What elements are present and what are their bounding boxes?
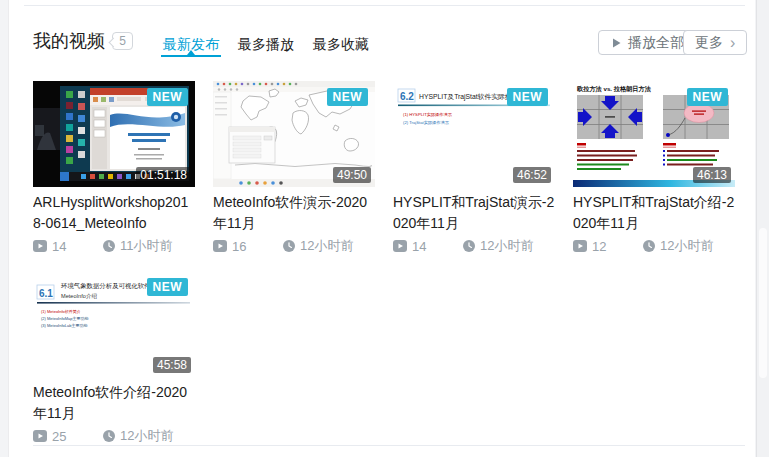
video-card[interactable]: 6.1 环境气象数据分析及可视化软件 MeteoInfo介绍 (1) Meteo… bbox=[33, 271, 195, 441]
play-all-label: 播放全部 bbox=[628, 34, 684, 52]
new-badge: NEW bbox=[687, 88, 729, 106]
play-count-icon bbox=[33, 430, 47, 442]
scrollbar-track[interactable] bbox=[756, 0, 769, 457]
publish-time: 12小时前 bbox=[103, 427, 173, 445]
chevron-right-icon: › bbox=[730, 35, 735, 51]
video-stats: 14 12小时前 bbox=[393, 237, 555, 255]
page-title: 我的视频 bbox=[33, 29, 105, 53]
play-count: 25 bbox=[33, 429, 103, 444]
video-thumbnail[interactable]: 6.2 HYSPLIT及TrajStat软件实际操作演示 (1) HYSPLIT… bbox=[393, 81, 555, 187]
play-count: 14 bbox=[33, 239, 103, 254]
clock-icon bbox=[643, 240, 655, 252]
publish-time: 12小时前 bbox=[463, 237, 533, 255]
clock-icon bbox=[283, 240, 295, 252]
duration-badge: 01:51:18 bbox=[136, 167, 191, 183]
video-card[interactable]: NEW 01:51:18 ARLHysplitWorkshop2018-0614… bbox=[33, 81, 195, 251]
tab-latest[interactable]: 最新发布 bbox=[160, 36, 222, 62]
duration-badge: 49:50 bbox=[333, 167, 371, 183]
publish-time-value: 12小时前 bbox=[660, 237, 713, 255]
more-label: 更多 bbox=[695, 34, 723, 52]
video-stats: 12 12小时前 bbox=[573, 237, 735, 255]
video-thumbnail[interactable]: 欧拉方法 vs. 拉格朗日方法 bbox=[573, 81, 735, 187]
clock-icon bbox=[103, 430, 115, 442]
play-count: 16 bbox=[213, 239, 283, 254]
publish-time-value: 12小时前 bbox=[300, 237, 353, 255]
duration-badge: 45:58 bbox=[153, 357, 191, 373]
play-count-value: 14 bbox=[52, 239, 66, 254]
publish-time-value: 12小时前 bbox=[480, 237, 533, 255]
video-title[interactable]: MeteoInfo软件介绍-2020年11月 bbox=[33, 382, 195, 424]
clock-icon bbox=[103, 240, 115, 252]
new-badge: NEW bbox=[147, 88, 189, 106]
play-count-value: 12 bbox=[592, 239, 606, 254]
tab-most-played[interactable]: 最多播放 bbox=[235, 36, 297, 62]
slide-item: (1) MeteoInfo软件简介 bbox=[41, 309, 81, 314]
slide-number: 6.1 bbox=[39, 288, 53, 299]
play-count-icon bbox=[33, 240, 47, 252]
slide-number: 6.2 bbox=[400, 91, 414, 102]
slide-title-line2: MeteoInfo介绍 bbox=[61, 293, 97, 299]
video-card[interactable]: 欧拉方法 vs. 拉格朗日方法 bbox=[573, 81, 735, 251]
play-count-value: 14 bbox=[412, 239, 426, 254]
video-card[interactable]: 6.2 HYSPLIT及TrajStat软件实际操作演示 (1) HYSPLIT… bbox=[393, 81, 555, 251]
video-title[interactable]: HYSPLIT和TrajStat介绍-2020年11月 bbox=[573, 192, 735, 234]
publish-time-value: 12小时前 bbox=[120, 427, 173, 445]
scrollbar-thumb[interactable] bbox=[759, 228, 767, 378]
video-stats: 14 11小时前 bbox=[33, 237, 195, 255]
sort-tabs: 最新发布 最多播放 最多收藏 bbox=[160, 36, 372, 62]
play-count-value: 25 bbox=[52, 429, 66, 444]
publish-time: 12小时前 bbox=[643, 237, 713, 255]
top-divider bbox=[24, 5, 745, 6]
video-thumbnail[interactable]: NEW 01:51:18 bbox=[33, 81, 195, 187]
video-card[interactable]: NEW 49:50 MeteoInfo软件演示-2020年11月 16 12小时… bbox=[213, 81, 375, 251]
bottom-divider bbox=[33, 445, 745, 446]
play-count-icon bbox=[393, 240, 407, 252]
duration-badge: 46:13 bbox=[693, 167, 731, 183]
new-badge: NEW bbox=[327, 88, 369, 106]
video-title[interactable]: ARLHysplitWorkshop2018-0614_MeteoInfo bbox=[33, 192, 195, 234]
clock-icon bbox=[463, 240, 475, 252]
video-title[interactable]: HYSPLIT和TrajStat演示-2020年11月 bbox=[393, 192, 555, 234]
new-badge: NEW bbox=[147, 278, 189, 296]
duration-badge: 46:52 bbox=[513, 167, 551, 183]
video-thumbnail[interactable]: NEW 49:50 bbox=[213, 81, 375, 187]
play-icon bbox=[610, 37, 622, 49]
publish-time-value: 11小时前 bbox=[120, 237, 173, 255]
play-count: 14 bbox=[393, 239, 463, 254]
tab-most-collected[interactable]: 最多收藏 bbox=[310, 36, 372, 62]
video-stats: 25 12小时前 bbox=[33, 427, 195, 445]
play-count: 12 bbox=[573, 239, 643, 254]
play-all-button[interactable]: 播放全部 bbox=[598, 30, 696, 55]
video-count-badge: 5 bbox=[112, 32, 133, 50]
slide-title-line1: 环境气象数据分析及可视化软件 bbox=[61, 282, 151, 290]
video-thumbnail[interactable]: 6.1 环境气象数据分析及可视化软件 MeteoInfo介绍 (1) Meteo… bbox=[33, 271, 195, 377]
play-count-icon bbox=[213, 240, 227, 252]
video-grid: NEW 01:51:18 ARLHysplitWorkshop2018-0614… bbox=[33, 81, 745, 441]
video-title[interactable]: MeteoInfo软件演示-2020年11月 bbox=[213, 192, 375, 234]
play-count-value: 16 bbox=[232, 239, 246, 254]
publish-time: 11小时前 bbox=[103, 237, 173, 255]
publish-time: 12小时前 bbox=[283, 237, 353, 255]
more-button[interactable]: 更多 › bbox=[683, 30, 747, 55]
slide-item: (2) MeteoInfoMap主要功能 bbox=[41, 316, 89, 321]
video-stats: 16 12小时前 bbox=[213, 237, 375, 255]
play-count-icon bbox=[573, 240, 587, 252]
new-badge: NEW bbox=[507, 88, 549, 106]
slide-title: 欧拉方法 vs. 拉格朗日方法 bbox=[577, 85, 652, 93]
slide-item: (3) MeteoInfoLab主要功能 bbox=[41, 323, 87, 328]
